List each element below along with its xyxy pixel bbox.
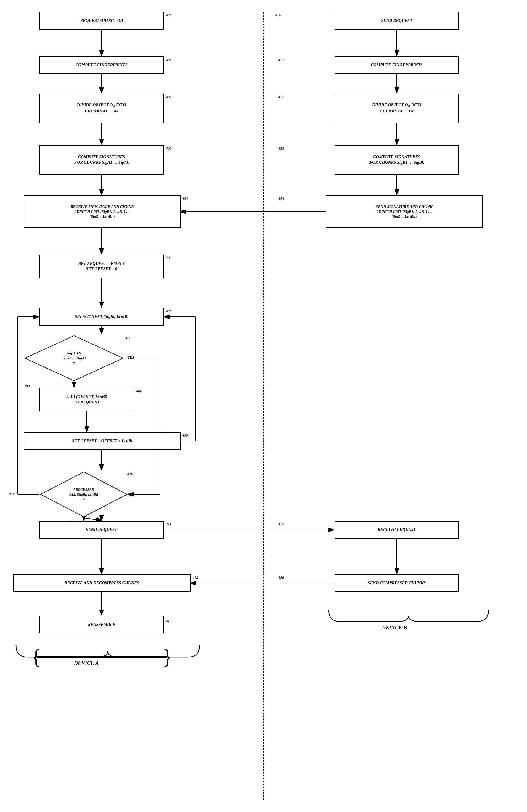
box-select-next: SELECT NEXT (SigBi, LenBi) xyxy=(39,308,164,325)
ref-450: 450 xyxy=(275,13,281,17)
divider-line xyxy=(264,12,264,800)
ref-403: 403 xyxy=(166,146,172,151)
box-receive-request: RECEIVE REQUEST xyxy=(334,521,459,539)
ref-454: 454 xyxy=(278,196,284,201)
box-compute-fingerprints-a: COMPUTE FINGERPRINTS xyxy=(39,56,164,74)
ref-451: 451 xyxy=(278,58,284,62)
ref-453: 453 xyxy=(278,146,284,151)
box-send-sig-list: SEND SIGNATURE AND CHUNKLENGTH LIST (Sig… xyxy=(326,195,483,228)
diamond-sigbi-check: SigBi INSigA1 … SigAk? xyxy=(24,334,124,382)
ref-405: 405 xyxy=(166,256,172,260)
ref-456: 456 xyxy=(278,575,284,580)
ref-402: 402 xyxy=(166,95,172,100)
diamond-processed-all: PROCESSEDALL (SigBi, LenBi)? xyxy=(39,471,128,518)
device-b-label: DEVICE B xyxy=(382,625,407,631)
box-compute-signatures-a: COMPUTE SIGNATURESFOR CHUNKS SigA1 … Sig… xyxy=(39,145,164,175)
ref-400: 400 xyxy=(166,13,172,17)
label-no-407: NO xyxy=(24,383,30,388)
ref-413: 413 xyxy=(166,619,172,623)
ref-409: 409 xyxy=(182,433,188,438)
ref-412: 412 xyxy=(193,575,198,580)
ref-411: 411 xyxy=(166,522,171,527)
box-request-object: REQUEST OBJECT OB xyxy=(39,12,164,30)
box-send-request-left: SEND REQUEST xyxy=(39,521,164,539)
box-compute-fingerprints-b: COMPUTE FINGERPRINTS xyxy=(334,56,459,74)
ref-401: 401 xyxy=(166,58,172,62)
box-divide-object-a: DIVIDE OBJECT OA INTOCHUNKS A1 … Ak xyxy=(39,93,164,123)
ref-410: 410 xyxy=(127,472,133,476)
svg-line-18 xyxy=(84,518,102,520)
box-set-request-empty: SET REQUEST = EMPTYSET OFFSET = 0 xyxy=(39,255,164,278)
ref-408: 408 xyxy=(136,389,142,393)
ref-404: 404 xyxy=(182,196,188,201)
ref-406: 406 xyxy=(166,309,172,314)
label-yes-407: YES xyxy=(127,355,134,360)
ref-452: 452 xyxy=(278,95,284,100)
box-compute-signatures-b: COMPUTE SIGNATURESFOR CHUNKS SigB1 … Sig… xyxy=(334,145,459,175)
box-receive-decompress: RECEIVE AND DECOMPRESS CHUNKS xyxy=(13,574,191,592)
ref-407: 407 xyxy=(124,335,130,340)
box-set-offset: SET OFFSET = OFFSET + LenBi xyxy=(24,432,181,450)
label-no-410: NO xyxy=(9,491,15,496)
box-divide-object-b: DIVIDE OBJECT OB INTOCHUNKS B1 … Bk xyxy=(334,93,459,123)
brace-b-svg xyxy=(326,607,492,625)
flowchart-diagram: REQUEST OBJECT OB 400 COMPUTE FINGERPRIN… xyxy=(0,0,527,812)
ref-455: 455 xyxy=(278,522,284,527)
box-reassemble: REASSEMBLE xyxy=(39,616,164,634)
box-add-offset: ADD (OFFSET, LenBi)TO REQUEST xyxy=(39,388,134,411)
device-a-label: DEVICE A xyxy=(74,660,99,666)
box-send-request-right: SEND REQUEST xyxy=(334,12,459,30)
box-receive-sig-list: RECEIVE SIGNATURE AND CHUNKLENGTH LIST (… xyxy=(24,195,181,228)
box-send-compressed: SEND COMPRESSED CHUNKS xyxy=(334,574,459,592)
brace-a-svg xyxy=(13,642,205,660)
